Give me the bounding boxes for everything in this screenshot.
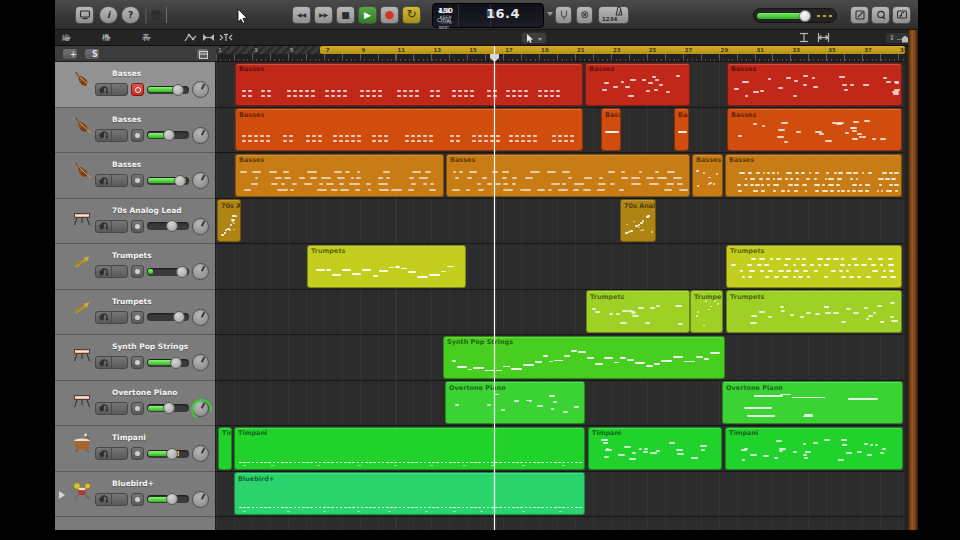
- solo-button[interactable]: [96, 130, 112, 141]
- midi-region[interactable]: Overtone Piano: [722, 381, 903, 424]
- solo-button[interactable]: [96, 448, 112, 459]
- master-volume-slider[interactable]: [753, 8, 837, 23]
- playhead[interactable]: [494, 46, 495, 530]
- edit-menu[interactable]: 編集: [62, 32, 71, 44]
- track-lane-4[interactable]: [216, 199, 905, 245]
- track-header-8[interactable]: Overtone Piano: [55, 381, 216, 427]
- track-name[interactable]: Basses: [112, 115, 141, 124]
- pan-knob[interactable]: [192, 81, 209, 98]
- volume-slider[interactable]: [147, 404, 189, 412]
- midi-region[interactable]: Trumpets: [586, 290, 690, 333]
- record-enable-button[interactable]: [131, 402, 144, 415]
- track-name[interactable]: Synth Pop Strings: [112, 342, 188, 351]
- volume-knob[interactable]: [166, 493, 178, 505]
- volume-slider[interactable]: [147, 222, 189, 230]
- solo-button[interactable]: [96, 357, 112, 368]
- solo-button[interactable]: [96, 494, 112, 505]
- pan-knob[interactable]: [192, 172, 209, 189]
- volume-knob[interactable]: [176, 266, 188, 278]
- midi-region[interactable]: Basses: [692, 154, 723, 197]
- record-enable-button[interactable]: [131, 447, 144, 460]
- info-button[interactable]: i: [99, 6, 118, 24]
- track-header-9[interactable]: Timpani: [55, 426, 216, 472]
- midi-region[interactable]: Trumpets: [307, 245, 466, 288]
- volume-knob[interactable]: [170, 357, 182, 369]
- record-enable-button[interactable]: [131, 220, 144, 233]
- track-name[interactable]: Overtone Piano: [112, 388, 177, 397]
- auto-track-zoom-button[interactable]: [791, 32, 806, 44]
- record-enable-button[interactable]: [131, 174, 144, 187]
- volume-slider[interactable]: [147, 359, 189, 367]
- solo-button[interactable]: [96, 175, 112, 186]
- pan-knob[interactable]: [192, 263, 209, 280]
- track-name[interactable]: Trumpets: [112, 297, 152, 306]
- midi-region[interactable]: Basses: [725, 154, 902, 197]
- volume-knob[interactable]: [163, 129, 175, 141]
- solo-button[interactable]: [96, 84, 112, 95]
- volume-knob[interactable]: [166, 448, 178, 460]
- help-button[interactable]: ?: [121, 6, 140, 24]
- volume-slider[interactable]: [147, 268, 189, 276]
- track-header-4[interactable]: 70s Analog Lead: [55, 199, 216, 245]
- track-header-2[interactable]: Basses: [55, 108, 216, 154]
- media-browser-button[interactable]: [892, 6, 911, 24]
- rewind-button[interactable]: ◀◀: [292, 6, 311, 24]
- forward-button[interactable]: ▶▶: [314, 6, 333, 24]
- volume-slider[interactable]: [147, 177, 189, 185]
- pointer-tool-button[interactable]: [521, 32, 547, 44]
- bar-ruler[interactable]: 13579111315171921232527293133353739: [216, 46, 905, 62]
- solo-button[interactable]: S: [84, 48, 100, 60]
- pan-knob[interactable]: [192, 309, 209, 326]
- track-name[interactable]: Basses: [112, 160, 141, 169]
- loop-browser-button[interactable]: [871, 6, 890, 24]
- track-header-3[interactable]: Basses: [55, 153, 216, 199]
- track-name[interactable]: Trumpets: [112, 251, 152, 260]
- stop-button[interactable]: ■: [336, 6, 355, 24]
- pan-knob[interactable]: [192, 400, 209, 417]
- disclosure-triangle-icon[interactable]: [59, 491, 65, 499]
- volume-knob[interactable]: [172, 84, 184, 96]
- automation-button[interactable]: [176, 32, 191, 44]
- record-enable-button[interactable]: [131, 265, 144, 278]
- pan-knob[interactable]: [192, 445, 209, 462]
- volume-knob[interactable]: [166, 220, 178, 232]
- volume-slider[interactable]: [147, 313, 189, 321]
- track-name[interactable]: Timpani: [112, 433, 146, 442]
- midi-region[interactable]: Bass: [674, 108, 689, 151]
- midi-region[interactable]: Basses: [235, 154, 444, 197]
- pan-knob[interactable]: [192, 218, 209, 235]
- arrange-area[interactable]: BassesBassesBassesBassesBassBassBassesBa…: [216, 62, 905, 530]
- lcd-chevron-icon[interactable]: [547, 12, 553, 16]
- midi-region[interactable]: Trumpets: [690, 290, 723, 333]
- volume-knob[interactable]: [174, 175, 186, 187]
- volume-slider[interactable]: [147, 86, 189, 94]
- midi-region[interactable]: Bass: [601, 108, 621, 151]
- track-name[interactable]: 70s Analog Lead: [112, 206, 182, 215]
- midi-region[interactable]: Basses: [727, 63, 902, 106]
- midi-region[interactable]: Timpani: [725, 427, 903, 470]
- midi-region[interactable]: Synth Pop Strings: [443, 336, 725, 379]
- record-enable-button[interactable]: [131, 83, 144, 96]
- flex-button[interactable]: [194, 32, 209, 44]
- track-header-10[interactable]: Bluebird+: [55, 472, 216, 518]
- view-menu[interactable]: 表示: [142, 32, 151, 44]
- volume-knob[interactable]: [163, 402, 175, 414]
- track-header-config-button[interactable]: [196, 48, 209, 60]
- horizontal-auto-zoom-button[interactable]: [809, 32, 824, 44]
- record-enable-button[interactable]: [131, 311, 144, 324]
- notepad-button[interactable]: [850, 6, 869, 24]
- midi-region[interactable]: Basses: [235, 63, 583, 106]
- volume-slider[interactable]: [147, 495, 189, 503]
- pan-knob[interactable]: [192, 127, 209, 144]
- midi-region[interactable]: Trumpets: [726, 290, 902, 333]
- track-name[interactable]: Basses: [112, 69, 141, 78]
- record-enable-button[interactable]: [131, 129, 144, 142]
- track-header-7[interactable]: Synth Pop Strings: [55, 335, 216, 381]
- master-volume-knob[interactable]: [799, 10, 811, 22]
- solo-button[interactable]: [96, 312, 112, 323]
- midi-region[interactable]: 70s Ana: [217, 199, 241, 242]
- record-enable-button[interactable]: [131, 356, 144, 369]
- dismiss-button[interactable]: ⊗: [576, 6, 593, 24]
- functions-menu[interactable]: 機能: [102, 32, 111, 44]
- count-in-button[interactable]: 1234: [598, 6, 629, 24]
